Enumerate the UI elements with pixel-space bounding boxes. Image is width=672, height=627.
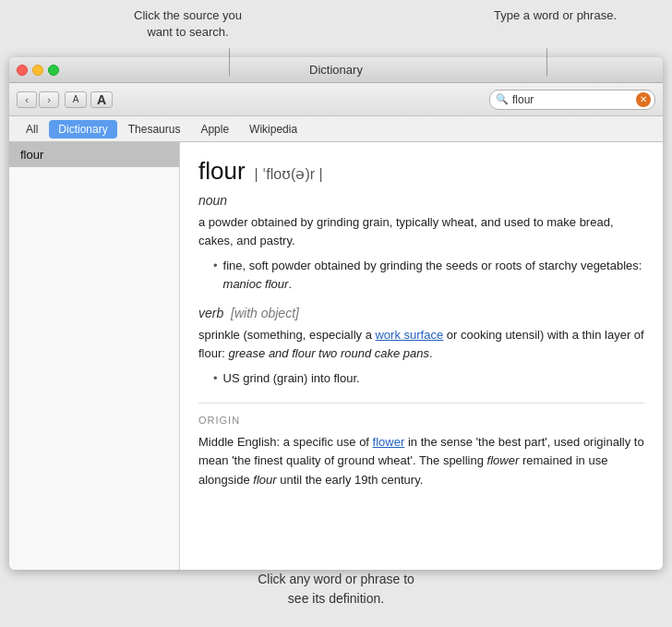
close-button[interactable] [17, 65, 28, 76]
forward-button[interactable]: › [39, 91, 59, 108]
pos-verb: verb [with object] [198, 306, 644, 320]
origin-text: Middle English: a specific use of flower… [198, 433, 644, 490]
origin-label: ORIGIN [198, 415, 644, 426]
annotation-line-right [546, 48, 547, 76]
pos-noun: noun [198, 193, 644, 208]
bullet-icon-2: • [213, 369, 218, 388]
sidebar: flour [9, 142, 180, 570]
verb-definition-main: sprinkle (something, especially a work s… [198, 326, 644, 362]
app-window: Dictionary ‹ › A A 🔍 ✕ All Dictionary Th… [9, 57, 663, 570]
content-area: flour flour | ˈfloʊ(ə)r | noun a powder … [9, 142, 663, 570]
font-increase-button[interactable]: A [90, 91, 113, 108]
search-input[interactable] [512, 93, 632, 106]
flower-link[interactable]: flower [373, 435, 405, 449]
annotation-line-left [229, 48, 230, 76]
back-button[interactable]: ‹ [17, 91, 37, 108]
window-title: Dictionary [309, 63, 363, 77]
font-decrease-button[interactable]: A [65, 91, 87, 108]
origin-section: ORIGIN Middle English: a specific use of… [198, 403, 644, 490]
callout-top-right: Type a word or phrase. [494, 7, 617, 24]
title-bar: Dictionary [9, 57, 663, 83]
toolbar: ‹ › A A 🔍 ✕ [9, 83, 663, 116]
tab-dictionary[interactable]: Dictionary [49, 120, 116, 139]
source-tabs: All Dictionary Thesaurus Apple Wikipedia [9, 116, 663, 142]
tab-thesaurus[interactable]: Thesaurus [119, 120, 190, 139]
maximize-button[interactable] [48, 65, 59, 76]
noun-section: noun a powder obtained by grinding grain… [198, 193, 644, 293]
sidebar-item-flour[interactable]: flour [9, 142, 179, 167]
noun-definition-main: a powder obtained by grinding grain, typ… [198, 213, 644, 249]
nav-buttons: ‹ › [17, 91, 59, 108]
callout-bottom: Click any word or phrase to see its defi… [258, 570, 414, 609]
word-title: flour [198, 157, 246, 186]
search-box: 🔍 ✕ [489, 90, 655, 110]
search-icon: 🔍 [496, 93, 509, 105]
callout-top-left: Click the source you want to search. [134, 7, 242, 41]
verb-section: verb [with object] sprinkle (something, … [198, 306, 644, 388]
main-content: flour | ˈfloʊ(ə)r | noun a powder obtain… [180, 142, 663, 570]
word-header: flour | ˈfloʊ(ə)r | [198, 157, 644, 186]
font-size-controls: A A [65, 91, 113, 108]
minimize-button[interactable] [32, 65, 43, 76]
tab-apple[interactable]: Apple [191, 120, 238, 139]
work-surface-link[interactable]: work surface [375, 328, 443, 342]
search-clear-button[interactable]: ✕ [636, 92, 651, 107]
bullet-icon: • [213, 257, 218, 293]
noun-sub-definition: • fine, soft powder obtained by grinding… [213, 257, 644, 293]
tab-wikipedia[interactable]: Wikipedia [240, 120, 306, 139]
traffic-lights [17, 65, 59, 76]
verb-sub-definition: • US grind (grain) into flour. [213, 369, 644, 388]
word-pronunciation: | ˈfloʊ(ə)r | [255, 165, 323, 183]
tab-all[interactable]: All [17, 120, 47, 139]
